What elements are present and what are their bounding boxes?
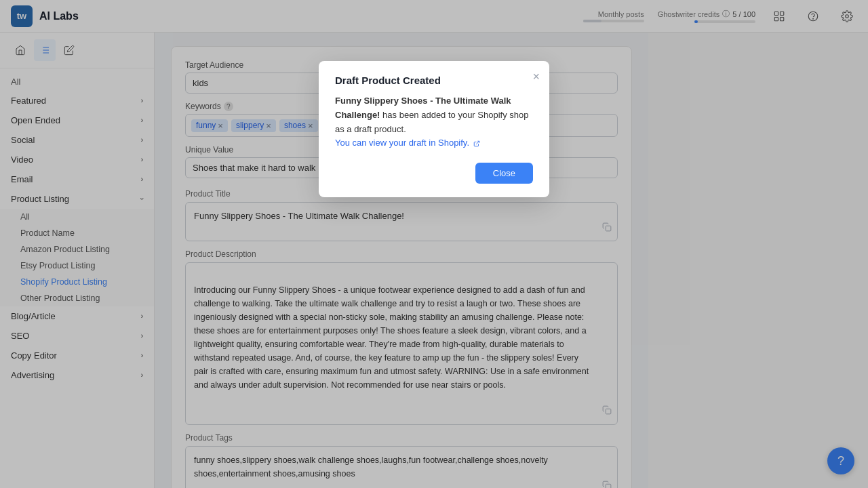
modal-body: Funny Slippery Shoes - The Ultimate Walk… <box>335 94 533 150</box>
modal-close-x[interactable]: × <box>532 70 540 83</box>
modal-view-draft-link[interactable]: You can view your draft in Shopify. <box>335 138 480 148</box>
svg-line-17 <box>476 141 479 144</box>
modal-title: Draft Product Created <box>335 75 533 86</box>
draft-product-modal: Draft Product Created × Funny Slippery S… <box>319 61 549 197</box>
modal-close-button[interactable]: Close <box>475 163 533 184</box>
modal-overlay: Draft Product Created × Funny Slippery S… <box>0 0 868 488</box>
